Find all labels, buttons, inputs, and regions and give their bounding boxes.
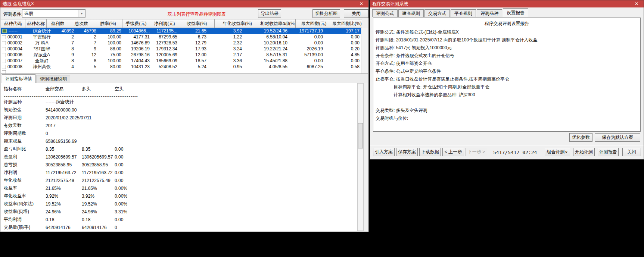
left-window-title: 选股-金底锚底X — [3, 1, 34, 6]
stats-vertical-scrollbar[interactable] — [357, 83, 364, 231]
row-checkbox[interactable] — [2, 29, 7, 33]
toolbar-close-button[interactable]: 关闭 — [344, 9, 368, 18]
column-header[interactable]: 胜率(%) — [94, 19, 122, 28]
save-as-default-button[interactable]: 保存为默认方案 — [595, 133, 640, 142]
cell-win-rate: 80.00 — [98, 64, 123, 70]
indicator-tab[interactable]: 评测指标详情 — [2, 74, 35, 83]
table-row[interactable]: 000001 平安银行 2 2 100.00 4177.31 67299.65 … — [1, 34, 368, 40]
report-line: 开仓方式: 使用全部资金开仓 — [376, 60, 638, 68]
stat-short-value: 0.00 — [115, 217, 141, 222]
stat-label: 评测日期 — [1, 115, 46, 121]
column-header[interactable]: 相对收益率α/β(%) — [260, 19, 296, 28]
stat-all-value: 1172195163.72 — [46, 170, 82, 175]
stats-row: 期末权益 6586195156.69 — [1, 137, 358, 145]
table-row[interactable]: 000006 深振业A 9 12 75.00 26798.16 120005.6… — [1, 52, 368, 58]
optimize-params-button[interactable]: 优化参数 — [569, 133, 592, 142]
row-checkbox[interactable] — [2, 65, 6, 69]
column-header[interactable]: 品种名称 — [25, 19, 47, 28]
stat-all-value: 30523858.95 — [46, 162, 82, 167]
table-row[interactable]: 000002 万 科A 7 7 100.00 14676.89 127928.5… — [1, 40, 368, 46]
column-header[interactable]: 最大回撤(元) — [296, 19, 332, 28]
settings-tab[interactable]: 评测公式 — [372, 9, 398, 17]
column-header[interactable]: 品种代码 — [1, 19, 25, 28]
row-checkbox[interactable] — [2, 53, 6, 57]
save-plan-button[interactable]: 保存方案 — [396, 148, 418, 156]
column-header[interactable]: 手续费(元) — [122, 19, 150, 28]
column-header[interactable]: 最大回撤比(%) — [332, 19, 362, 28]
column-header[interactable]: 净利润(元) — [150, 19, 179, 28]
cell-code: 000008 — [1, 64, 29, 70]
cell-max-drawdown-pct: 197.17 — [324, 28, 361, 34]
stat-long-value: 0.18 — [82, 217, 115, 222]
close-icon[interactable]: ✕ — [632, 0, 641, 7]
row-checkbox[interactable] — [2, 70, 6, 74]
cell-name: 神州高铁 — [29, 64, 54, 70]
cell-max-drawdown-pct: 4.85 — [324, 52, 361, 58]
table-row[interactable]: 000004 *ST国华 8 9 88.00 19206.19 179312.3… — [1, 46, 368, 52]
stats-header: 指标名称 全部交易 多头 空头 — [1, 83, 358, 94]
combo-evaluate-button[interactable]: 组合评测∨ — [545, 148, 570, 156]
stats-row: 交易量(股/手) 6420914176 6420914176 0 — [1, 223, 358, 231]
column-header[interactable]: 盈利数 — [47, 19, 69, 28]
footer-bar: 引入方案 保存方案 下载数据 < 上一步 下一步 > 5417/5417 02:… — [370, 145, 644, 159]
stats-col-short: 空头 — [115, 86, 141, 92]
cell-fee: 1034866... — [123, 28, 151, 34]
stat-all-value: 6586195156.69 — [46, 139, 82, 144]
settings-tab[interactable]: 平仓规则 — [451, 9, 476, 17]
cell-total-count: 5 — [75, 64, 98, 70]
row-checkbox[interactable] — [2, 35, 6, 39]
prev-step-button[interactable]: < 上一步 — [442, 148, 464, 156]
table-vertical-scrollbar[interactable] — [361, 28, 368, 73]
cell-win-rate: 75.00 — [98, 52, 123, 58]
cell-total-count: 9 — [75, 46, 98, 52]
table-row[interactable]: ------ 综合统计 40892 45798 89.29 1034866...… — [1, 28, 368, 34]
footer-close-button[interactable]: 关闭 — [622, 148, 641, 156]
settings-tab[interactable]: 交易方式 — [424, 9, 450, 17]
switch-analysis-chart-button[interactable]: 切换分析图 — [312, 9, 340, 18]
cell-fee: 19206.19 — [123, 46, 151, 52]
stat-all-value: 5414000000.00 — [46, 107, 82, 113]
cell-win-count: 4 — [54, 64, 75, 70]
cell-win-rate: 100.00 — [98, 58, 123, 64]
condition-value: 选股 — [24, 11, 33, 16]
table-row[interactable]: 000007 全新好 8 8 100.00 17404.43 185669.09… — [1, 58, 368, 64]
cell-net-profit: 1172195... — [151, 28, 179, 34]
cell-win-count: 7 — [54, 40, 75, 46]
clipped-table-row[interactable] — [1, 70, 368, 73]
stats-row: 盈亏时间比 8.35 8.35 0.00 — [1, 145, 358, 153]
start-evaluate-button[interactable]: 开始评测 — [573, 148, 595, 156]
stat-all-value: 2020/01/02-2025/07/11 — [46, 115, 82, 120]
export-results-button[interactable]: 导出结果 — [258, 9, 281, 18]
row-checkbox[interactable] — [2, 41, 6, 45]
table-body: ------ 综合统计 40892 45798 89.29 1034866...… — [1, 28, 368, 73]
cell-win-rate: 100.00 — [98, 34, 123, 40]
scrollbar-thumb[interactable] — [358, 123, 363, 148]
column-header[interactable]: 总次数 — [69, 19, 94, 28]
report-line: 计算相对收益率选择的参照品种: 沪深300 — [376, 91, 638, 99]
column-header[interactable]: 收益率(%) — [179, 19, 215, 28]
stat-label: 年化收益率 — [1, 193, 46, 199]
chevron-down-icon[interactable]: ▾ — [78, 10, 85, 17]
row-checkbox[interactable] — [2, 47, 6, 51]
stat-long-value: 21.65% — [82, 186, 115, 191]
row-checkbox[interactable] — [2, 59, 6, 63]
stat-long-value: 24.96% — [82, 209, 115, 214]
minimize-icon[interactable]: — — [621, 0, 631, 7]
evaluate-report-button[interactable]: 评测报告 — [598, 148, 619, 156]
right-window-title: 程序交易评测系统 — [372, 1, 408, 6]
import-plan-button[interactable]: 引入方案 — [373, 148, 395, 156]
settings-tab[interactable]: 评测品种 — [477, 9, 502, 17]
cell-win-count: 9 — [54, 52, 75, 58]
table-row[interactable]: 000008 神州高铁 4 5 80.00 10431.23 52408.52 … — [1, 64, 368, 70]
download-data-button[interactable]: 下载数据 — [419, 148, 441, 156]
settings-tab[interactable]: 建仓规则 — [398, 9, 424, 17]
stat-long-value: 8.35 — [82, 147, 115, 152]
condition-combobox[interactable]: 选股 ▾ — [22, 9, 85, 18]
close-icon[interactable]: ✕ — [357, 0, 366, 7]
cell-fee: 10431.23 — [123, 64, 151, 70]
column-header[interactable]: 年化收益率(%) — [215, 19, 260, 28]
stat-all-value: 24.96% — [46, 209, 82, 214]
stat-short-value: 0.00 — [115, 147, 141, 152]
settings-tab[interactable]: 设置报告 — [503, 8, 528, 17]
indicator-tab[interactable]: 评测指标说明 — [37, 75, 70, 83]
